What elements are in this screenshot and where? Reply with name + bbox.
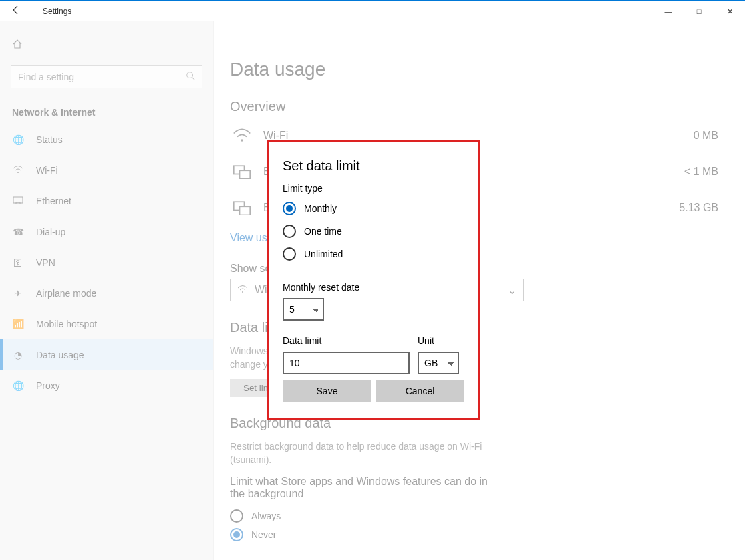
sidebar-item-ethernet[interactable]: Ethernet bbox=[0, 186, 213, 217]
search-box[interactable] bbox=[11, 65, 202, 88]
hotspot-icon: 📶 bbox=[12, 319, 24, 329]
svg-rect-9 bbox=[240, 206, 251, 215]
sidebar-item-vpn[interactable]: ⚿ VPN bbox=[0, 247, 213, 278]
proxy-icon: 🌐 bbox=[12, 380, 24, 391]
dialog-title: Set data limit bbox=[283, 158, 464, 174]
svg-point-10 bbox=[242, 291, 243, 293]
svg-rect-7 bbox=[240, 170, 251, 178]
sidebar-item-label: Ethernet bbox=[36, 196, 71, 206]
save-button[interactable]: Save bbox=[283, 380, 371, 402]
radio-label: Monthly bbox=[304, 203, 337, 214]
radio-label: One time bbox=[304, 226, 342, 237]
sidebar-item-hotspot[interactable]: 📶 Mobile hotspot bbox=[0, 309, 213, 339]
limit-option-unlimited[interactable]: Unlimited bbox=[283, 245, 464, 263]
limit-option-monthly[interactable]: Monthly bbox=[283, 199, 464, 218]
window-title: Settings bbox=[32, 7, 71, 16]
radio-icon bbox=[230, 528, 243, 541]
radio-icon bbox=[283, 225, 296, 238]
network-usage: < 1 MB bbox=[684, 166, 745, 178]
maximize-button[interactable]: □ bbox=[684, 1, 714, 21]
ethernet-icon bbox=[230, 160, 254, 184]
sidebar-item-airplane[interactable]: ✈ Airplane mode bbox=[0, 278, 213, 309]
svg-point-2 bbox=[17, 172, 19, 173]
bg-desc: Restrict background data to help reduce … bbox=[230, 440, 510, 466]
radio-label: Never bbox=[251, 529, 276, 540]
globe-icon: 🌐 bbox=[12, 134, 24, 145]
radio-icon bbox=[230, 509, 243, 523]
dialup-icon: ☎ bbox=[12, 227, 24, 237]
vpn-icon: ⚿ bbox=[12, 257, 24, 268]
close-button[interactable]: ✕ bbox=[714, 1, 745, 21]
unit-label: Unit bbox=[418, 335, 459, 346]
sidebar-item-label: Mobile hotspot bbox=[36, 319, 97, 329]
sidebar-item-label: Wi-Fi bbox=[36, 165, 58, 176]
sidebar-item-label: Proxy bbox=[36, 380, 60, 391]
svg-line-1 bbox=[192, 78, 195, 80]
cancel-button[interactable]: Cancel bbox=[376, 380, 464, 402]
home-icon[interactable] bbox=[0, 35, 213, 56]
back-button[interactable] bbox=[0, 5, 32, 18]
radio-label: Always bbox=[251, 511, 281, 521]
sidebar-item-label: Data usage bbox=[36, 349, 84, 360]
search-icon bbox=[186, 71, 195, 83]
wifi-icon bbox=[237, 284, 248, 296]
ethernet-icon bbox=[12, 196, 24, 206]
chevron-down-icon: ⌄ bbox=[508, 284, 516, 297]
sidebar-item-label: Airplane mode bbox=[36, 288, 96, 299]
sidebar-item-data-usage[interactable]: ◔ Data usage bbox=[0, 339, 213, 370]
bg-desc2: Limit what Store apps and Windows featur… bbox=[230, 476, 497, 500]
sidebar: Network & Internet 🌐 Status Wi-Fi Ethern… bbox=[0, 21, 214, 560]
title-bar: Settings — □ ✕ bbox=[0, 0, 745, 21]
network-usage: 5.13 GB bbox=[679, 202, 745, 214]
wifi-icon bbox=[230, 124, 254, 148]
set-data-limit-dialog: Set data limit Limit type Monthly One ti… bbox=[267, 140, 480, 420]
data-usage-icon: ◔ bbox=[12, 349, 24, 360]
radio-icon bbox=[283, 202, 296, 215]
radio-label: Unlimited bbox=[304, 249, 343, 259]
data-limit-label: Data limit bbox=[283, 335, 410, 346]
sidebar-item-wifi[interactable]: Wi-Fi bbox=[0, 155, 213, 186]
unit-select[interactable]: GB bbox=[418, 352, 459, 374]
bg-option-never[interactable]: Never bbox=[230, 525, 745, 544]
svg-point-0 bbox=[187, 72, 193, 78]
page-title: Data usage bbox=[230, 59, 745, 80]
sidebar-item-label: Dial-up bbox=[36, 227, 65, 237]
network-usage: 0 MB bbox=[694, 130, 745, 142]
limit-type-label: Limit type bbox=[283, 183, 464, 194]
sidebar-item-status[interactable]: 🌐 Status bbox=[0, 124, 213, 155]
data-limit-input[interactable] bbox=[283, 352, 410, 374]
minimize-button[interactable]: — bbox=[653, 1, 684, 21]
bg-option-always[interactable]: Always bbox=[230, 507, 745, 525]
svg-point-5 bbox=[241, 139, 243, 142]
reset-date-select[interactable]: 5 bbox=[283, 298, 324, 321]
sidebar-item-proxy[interactable]: 🌐 Proxy bbox=[0, 370, 213, 401]
wifi-icon bbox=[12, 165, 24, 176]
sidebar-item-label: Status bbox=[36, 134, 63, 145]
sidebar-group: Network & Internet bbox=[0, 98, 213, 124]
overview-title: Overview bbox=[230, 99, 745, 114]
limit-option-onetime[interactable]: One time bbox=[283, 222, 464, 241]
search-input[interactable] bbox=[18, 72, 186, 82]
reset-date-label: Monthly reset date bbox=[283, 282, 464, 293]
sidebar-item-dialup[interactable]: ☎ Dial-up bbox=[0, 217, 213, 247]
sidebar-item-label: VPN bbox=[36, 257, 55, 268]
ethernet-icon bbox=[230, 196, 254, 220]
airplane-icon: ✈ bbox=[12, 288, 24, 299]
radio-icon bbox=[283, 247, 296, 261]
